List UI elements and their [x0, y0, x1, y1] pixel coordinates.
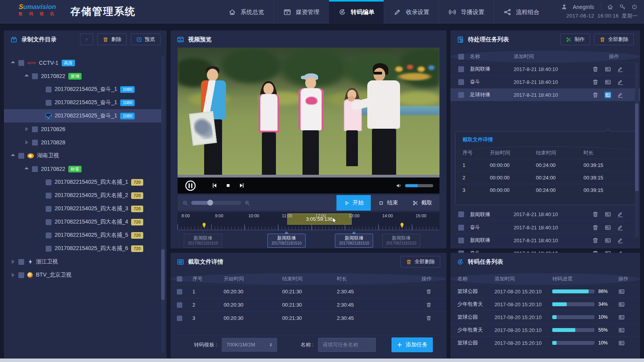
trash-icon[interactable]: [592, 224, 599, 231]
zoom-out-icon[interactable]: [182, 200, 188, 206]
sidebar-scrollbar[interactable]: [161, 56, 165, 353]
marker-pin-icon[interactable]: [400, 222, 404, 229]
checkbox[interactable]: [46, 206, 52, 212]
make-button[interactable]: 制作: [560, 34, 590, 45]
detail-card-icon[interactable]: [605, 92, 611, 98]
program-callout[interactable]: 新闻联播20170821181510: [184, 234, 222, 248]
checkbox[interactable]: [458, 225, 464, 231]
transcode-task-row[interactable]: 篮球公园2017-08-20 15:20:1010%: [450, 311, 640, 323]
detail-card-icon[interactable]: [618, 327, 625, 334]
checkbox[interactable]: [46, 219, 52, 225]
transcode-task-row[interactable]: 少年包青天2017-08-20 15:20:1055%: [450, 323, 640, 336]
caret-closed-icon[interactable]: [25, 127, 29, 131]
checkbox[interactable]: [32, 166, 38, 172]
tab-broadcast[interactable]: 导播设置: [439, 0, 494, 24]
trash-icon[interactable]: [426, 315, 432, 321]
edit-pencil-icon[interactable]: [617, 92, 624, 98]
edit-pencil-icon[interactable]: [617, 224, 624, 231]
pending-task-row[interactable]: 奋斗2017-8-21 18:40:10: [450, 221, 640, 234]
tree-item[interactable]: 20170822154025_四大名捕_1720: [4, 176, 161, 189]
tree-item[interactable]: 20170822154025_四大名捕_4720: [4, 215, 161, 229]
detail-card-icon[interactable]: [618, 301, 625, 308]
caret-open-icon[interactable]: [11, 154, 15, 158]
tree-item[interactable]: 20170822新增: [4, 69, 161, 83]
key-icon[interactable]: [619, 4, 626, 10]
end-button[interactable]: 结束: [371, 195, 405, 211]
checkbox[interactable]: [458, 54, 464, 60]
checkbox[interactable]: [46, 193, 52, 199]
caret-closed-icon[interactable]: [11, 260, 15, 264]
tree-item[interactable]: 20170822154025_四大名捕_2720: [4, 189, 161, 202]
tree-item[interactable]: 20170822154025_四大名捕_3720: [4, 202, 161, 215]
checkbox[interactable]: [177, 276, 182, 282]
pause-button[interactable]: [185, 180, 196, 192]
transcode-task-row[interactable]: 篮球公园2017-08-20 15:20:1010%: [450, 336, 640, 349]
add-task-button[interactable]: 添加任务: [391, 337, 433, 352]
delete-all-button[interactable]: 全部删除: [594, 34, 634, 45]
checkbox[interactable]: [177, 302, 182, 308]
edit-pencil-icon[interactable]: [617, 237, 624, 244]
checkbox[interactable]: [18, 153, 24, 159]
detail-card-icon[interactable]: [605, 66, 611, 73]
marker-pin-icon[interactable]: [202, 222, 206, 229]
trash-icon[interactable]: [592, 92, 599, 98]
checkbox[interactable]: [18, 272, 24, 278]
power-icon[interactable]: [631, 4, 638, 10]
home-icon[interactable]: [607, 4, 614, 10]
detail-card-icon[interactable]: [618, 314, 625, 321]
next-frame-button[interactable]: [238, 182, 245, 189]
tab-transcode[interactable]: 转码编单: [329, 0, 384, 24]
checkbox[interactable]: [46, 113, 52, 119]
program-callout[interactable]: 新闻联播20170821181510: [335, 234, 373, 248]
edit-pencil-icon[interactable]: [617, 211, 624, 218]
trash-icon[interactable]: [592, 237, 599, 244]
edit-pencil-icon[interactable]: [617, 66, 624, 73]
caret-closed-icon[interactable]: [11, 273, 15, 277]
checkbox[interactable]: [32, 73, 38, 79]
program-callout[interactable]: 新闻联播20170821181510: [267, 234, 306, 248]
detail-card-icon[interactable]: [605, 237, 611, 244]
detail-card-icon[interactable]: [605, 224, 611, 231]
stop-button[interactable]: [225, 182, 231, 189]
detail-card-icon[interactable]: [605, 79, 611, 85]
pending-task-row[interactable]: 奋斗2017-8-21 18:40:10: [450, 75, 640, 88]
detail-card-icon[interactable]: [618, 340, 625, 346]
tree-item[interactable]: 湖南卫视: [4, 149, 161, 162]
tree-item[interactable]: 20170826: [4, 122, 161, 136]
tree-item[interactable]: 20170822154025_奋斗_11080: [4, 109, 161, 122]
program-callout[interactable]: 新闻联播20170821181510: [382, 234, 420, 248]
checkbox[interactable]: [458, 79, 464, 85]
tab-media[interactable]: 媒资管理: [274, 0, 329, 24]
delete-button[interactable]: 删除: [97, 34, 127, 45]
tree-item[interactable]: 20170822154025_奋斗_11080: [4, 83, 161, 96]
clip-row[interactable]: 300:20:3000:21:302:30:45: [171, 311, 447, 325]
checkbox[interactable]: [18, 259, 24, 265]
checkbox[interactable]: [46, 179, 52, 185]
pending-task-row[interactable]: 足球转播2017-8-21 18:40:10: [450, 88, 640, 101]
start-button[interactable]: 开始: [336, 195, 371, 211]
seek-bar[interactable]: [178, 175, 439, 177]
tree-item[interactable]: 20170822154025_奋斗_11080: [4, 96, 161, 109]
refresh-button[interactable]: [80, 34, 93, 45]
trash-icon[interactable]: [426, 302, 432, 308]
caret-open-icon[interactable]: [25, 74, 29, 78]
trash-icon[interactable]: [592, 79, 599, 85]
tab-record[interactable]: 收录设置: [384, 0, 439, 24]
checkbox[interactable]: [177, 316, 182, 321]
edit-pencil-icon[interactable]: [617, 79, 624, 85]
checkbox[interactable]: [46, 100, 52, 106]
transcode-task-row[interactable]: 篮球公园2017-08-20 15:20:1086%: [450, 285, 640, 298]
tree-item[interactable]: 20170822154025_四大名捕_5720: [4, 229, 161, 242]
transcode-task-row[interactable]: 少年包青天2017-08-20 15:20:1034%: [450, 298, 640, 311]
clip-row[interactable]: 100:20:3000:21:302:30:45: [171, 285, 447, 298]
tab-flow[interactable]: 流程组合: [494, 0, 549, 24]
checkbox[interactable]: [177, 289, 182, 295]
checkbox[interactable]: [46, 246, 52, 252]
tree-item[interactable]: BTV_北京卫视: [4, 268, 161, 282]
checkbox[interactable]: [32, 140, 38, 146]
timeline-zoom-slider[interactable]: [191, 201, 241, 205]
template-select[interactable]: 700K/1M/2M: [222, 338, 277, 352]
caret-open-icon[interactable]: [25, 167, 29, 171]
clip-row[interactable]: 200:20:3000:21:302:30:45: [171, 298, 447, 311]
checkbox[interactable]: [46, 232, 52, 238]
